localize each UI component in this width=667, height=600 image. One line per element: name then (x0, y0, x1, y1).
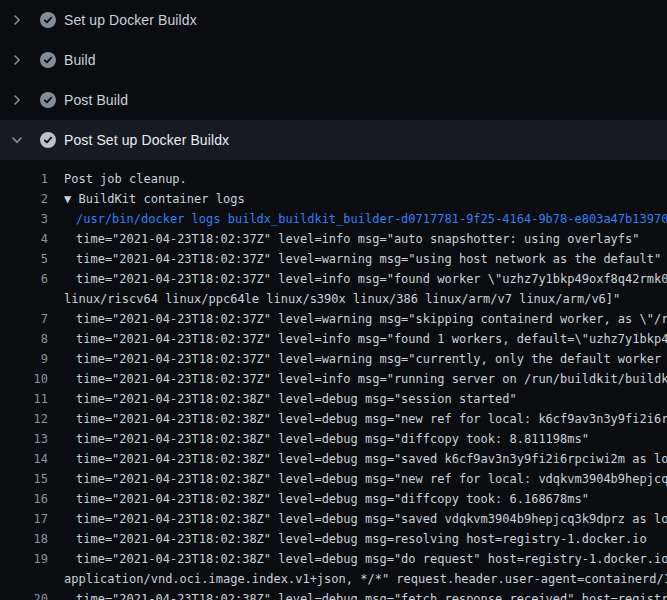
log-line-number[interactable]: 7 (0, 309, 48, 329)
chevron-down-icon (9, 132, 25, 148)
log-line: 15time="2021-04-23T18:02:38Z" level=debu… (0, 469, 667, 489)
log-line-continuation: linux/riscv64 linux/ppc64le linux/s390x … (0, 289, 667, 309)
section-label: Set up Docker Buildx (64, 12, 197, 28)
log-line-number[interactable]: 2 (0, 189, 48, 209)
section-label: Post Build (64, 92, 128, 108)
log-line: 3/usr/bin/docker logs buildx_buildkit_bu… (0, 209, 667, 229)
log-line-text: time="2021-04-23T18:02:37Z" level=info m… (76, 229, 640, 249)
log-line-continuation: application/vnd.oci.image.index.v1+json,… (0, 569, 667, 589)
chevron-right-icon (9, 12, 25, 28)
log-line-text: time="2021-04-23T18:02:38Z" level=debug … (76, 549, 667, 569)
log-line-text: time="2021-04-23T18:02:38Z" level=debug … (76, 589, 667, 600)
log-line-text: linux/riscv64 linux/ppc64le linux/s390x … (64, 289, 620, 309)
log-line-text: time="2021-04-23T18:02:38Z" level=debug … (76, 489, 589, 509)
log-line: 6time="2021-04-23T18:02:37Z" level=info … (0, 269, 667, 289)
section-row-post-build[interactable]: Post Build (0, 80, 667, 120)
log-line-text: time="2021-04-23T18:02:37Z" level=info m… (76, 329, 667, 349)
log-line: 7time="2021-04-23T18:02:37Z" level=warni… (0, 309, 667, 329)
log-line-number[interactable]: 9 (0, 349, 48, 369)
log-line-number[interactable]: 3 (0, 209, 48, 229)
log-line: 1Post job cleanup. (0, 169, 667, 189)
section-row-set-up-docker-buildx[interactable]: Set up Docker Buildx (0, 0, 667, 40)
log-line-number[interactable]: 11 (0, 389, 48, 409)
log-line-number[interactable]: 20 (0, 589, 48, 600)
section-label: Build (64, 52, 96, 68)
check-circle-icon (40, 12, 56, 28)
log-command-text: /usr/bin/docker logs buildx_buildkit_bui… (76, 209, 667, 229)
log-line: 13time="2021-04-23T18:02:38Z" level=debu… (0, 429, 667, 449)
log-line: 10time="2021-04-23T18:02:37Z" level=info… (0, 369, 667, 389)
log-line-text: time="2021-04-23T18:02:38Z" level=debug … (76, 509, 667, 529)
log-line-text: time="2021-04-23T18:02:37Z" level=warnin… (76, 309, 667, 329)
check-circle-icon (40, 92, 56, 108)
log-line: 9time="2021-04-23T18:02:37Z" level=warni… (0, 349, 667, 369)
log-line-text: time="2021-04-23T18:02:38Z" level=debug … (76, 429, 589, 449)
chevron-right-icon (9, 92, 25, 108)
log-line-text: time="2021-04-23T18:02:38Z" level=debug … (76, 469, 667, 489)
section-label: Post Set up Docker Buildx (64, 132, 229, 148)
log-line: 8time="2021-04-23T18:02:37Z" level=info … (0, 329, 667, 349)
log-line-number[interactable]: 19 (0, 549, 48, 569)
log-line-number[interactable]: 10 (0, 369, 48, 389)
log-line: 16time="2021-04-23T18:02:38Z" level=debu… (0, 489, 667, 509)
log-line: 11time="2021-04-23T18:02:38Z" level=debu… (0, 389, 667, 409)
log-line-number[interactable]: 8 (0, 329, 48, 349)
log-line-text: ▼ BuildKit container logs (64, 189, 245, 209)
log-line: 5time="2021-04-23T18:02:37Z" level=warni… (0, 249, 667, 269)
section-row-post-set-up-docker-buildx[interactable]: Post Set up Docker Buildx (0, 120, 667, 160)
log-line-text: time="2021-04-23T18:02:38Z" level=debug … (76, 529, 647, 549)
chevron-right-icon (9, 52, 25, 68)
log-line-text: time="2021-04-23T18:02:37Z" level=warnin… (76, 349, 667, 369)
log-line-number[interactable]: 18 (0, 529, 48, 549)
log-line-number[interactable]: 12 (0, 409, 48, 429)
log-line-text: time="2021-04-23T18:02:37Z" level=info m… (76, 269, 667, 289)
log-line-number[interactable]: 13 (0, 429, 48, 449)
log-line-number[interactable]: 1 (0, 169, 48, 189)
log-line: 19time="2021-04-23T18:02:38Z" level=debu… (0, 549, 667, 569)
check-circle-icon (40, 52, 56, 68)
section-row-build[interactable]: Build (0, 40, 667, 80)
check-circle-icon (40, 132, 56, 148)
log-line-number[interactable]: 17 (0, 509, 48, 529)
log-line-text: time="2021-04-23T18:02:38Z" level=debug … (76, 449, 667, 469)
log-line-text: time="2021-04-23T18:02:37Z" level=info m… (76, 369, 667, 389)
log-line-text: application/vnd.oci.image.index.v1+json,… (64, 569, 667, 589)
log-line: 17time="2021-04-23T18:02:38Z" level=debu… (0, 509, 667, 529)
log-line-number[interactable]: 5 (0, 249, 48, 269)
log-line-number[interactable]: 14 (0, 449, 48, 469)
log-line-text: time="2021-04-23T18:02:38Z" level=debug … (76, 409, 667, 429)
log-line: 14time="2021-04-23T18:02:38Z" level=debu… (0, 449, 667, 469)
log-line: 2▼ BuildKit container logs (0, 189, 667, 209)
log-line-number[interactable]: 6 (0, 269, 48, 289)
log-line-text: Post job cleanup. (64, 169, 187, 189)
log-pane: 1Post job cleanup.2▼ BuildKit container … (0, 160, 667, 600)
collapse-triangle-icon[interactable]: ▼ (64, 192, 78, 206)
log-line-text: time="2021-04-23T18:02:37Z" level=warnin… (76, 249, 661, 269)
log-line-text: time="2021-04-23T18:02:38Z" level=debug … (76, 389, 517, 409)
log-line: 12time="2021-04-23T18:02:38Z" level=debu… (0, 409, 667, 429)
log-line-number[interactable]: 15 (0, 469, 48, 489)
log-line-number[interactable]: 16 (0, 489, 48, 509)
log-line: 18time="2021-04-23T18:02:38Z" level=debu… (0, 529, 667, 549)
log-line-number[interactable]: 4 (0, 229, 48, 249)
log-line: 20time="2021-04-23T18:02:38Z" level=debu… (0, 589, 667, 600)
log-line: 4time="2021-04-23T18:02:37Z" level=info … (0, 229, 667, 249)
